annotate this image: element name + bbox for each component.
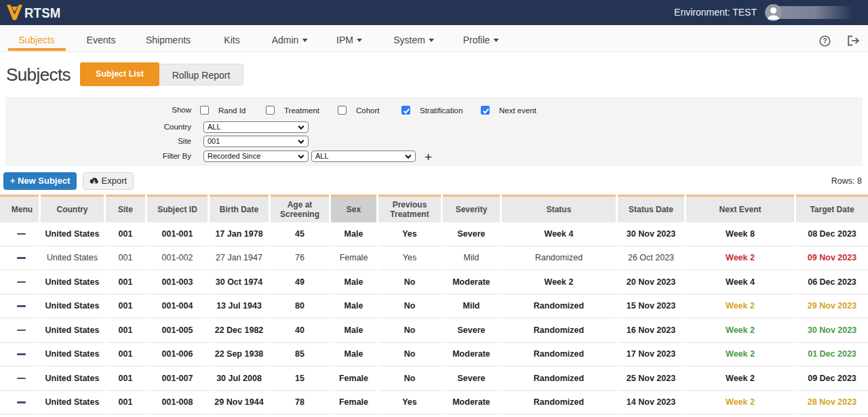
svg-text:?: ? — [823, 37, 827, 45]
